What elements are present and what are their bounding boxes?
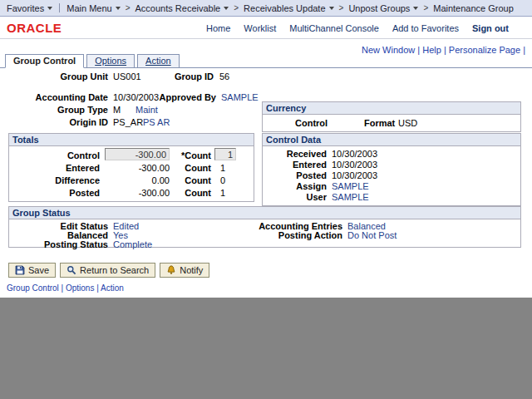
save-button[interactable]: Save (8, 263, 56, 278)
group-status-groupbox-title: Group Status (9, 207, 520, 219)
posting-status-value: Complete (113, 239, 152, 249)
approved-by-label: Approved By (154, 92, 216, 102)
currency-groupbox-title: Currency (263, 102, 520, 115)
footer-link-options[interactable]: Options (59, 283, 95, 293)
personalize-page-link[interactable]: Personalize Page (441, 45, 520, 55)
help-link[interactable]: Help (415, 45, 441, 55)
control-data-row-label: User (266, 192, 327, 202)
crumb-label: Receivables Update (244, 3, 325, 13)
tab-action[interactable]: Action (137, 54, 180, 68)
chevron-down-icon (329, 7, 334, 10)
worklist-link[interactable]: Worklist (244, 23, 276, 33)
group-unit-value: US001 (113, 71, 141, 81)
approved-by-value: SAMPLE (221, 92, 259, 102)
totals-control-input[interactable] (105, 148, 170, 160)
totals-row-count-label: Count (173, 163, 211, 173)
save-icon (15, 265, 25, 275)
toolbar: Save Return to Search Notify (8, 263, 209, 278)
group-type-label: Group Type (25, 105, 108, 115)
totals-row-label: Posted (12, 188, 100, 198)
chevron-down-icon (116, 7, 121, 10)
control-data-row-value: SAMPLE (332, 181, 369, 191)
currency-format-value: USD (398, 118, 417, 128)
sign-out-link[interactable]: Sign out (472, 23, 509, 33)
breadcrumb-separator (423, 3, 428, 12)
footer-page-links: Group ControlOptionsAction (7, 283, 124, 293)
notify-button-label: Notify (180, 265, 203, 275)
totals-row-count-label: Count (173, 188, 211, 198)
origin-id-value: PS_AR (113, 117, 143, 127)
accounting-date-label: Accounting Date (25, 92, 108, 102)
origin-id-description: PS AR (143, 117, 170, 127)
control-data-row-value: 10/30/2003 (332, 170, 377, 180)
oracle-logo: ORACLE (7, 21, 62, 35)
menu-favorites[interactable]: Favorites (7, 3, 52, 13)
breadcrumb-separator (339, 3, 344, 12)
totals-control-label: Control (12, 150, 100, 160)
totals-count-label: *Count (173, 150, 211, 160)
totals-row-amount: 0.00 (111, 175, 170, 185)
breadcrumb-bar: Favorites Main Menu Accounts Receivable … (0, 0, 532, 17)
control-data-row-label: Received (266, 149, 327, 159)
totals-row-count: 1 (220, 188, 225, 198)
crumb-receivables-update[interactable]: Receivables Update (244, 3, 333, 13)
header-divider (0, 38, 532, 39)
return-to-search-button-label: Return to Search (80, 265, 149, 275)
crumb-accounts-receivable[interactable]: Accounts Receivable (135, 3, 229, 13)
breadcrumb-separator (234, 3, 239, 12)
home-link[interactable]: Home (206, 23, 230, 33)
group-type-description: Maint (135, 105, 158, 115)
crumb-label: Accounts Receivable (135, 3, 221, 13)
notify-icon (166, 265, 176, 275)
control-data-row-value: SAMPLE (332, 192, 369, 202)
save-button-label: Save (28, 265, 49, 275)
page-utility-links: New WindowHelpPersonalize Page (362, 45, 525, 55)
header-links: Home Worklist MultiChannel Console Add t… (206, 23, 509, 33)
crumb-maintenance-group: Maintenance Group (433, 3, 514, 13)
posting-action-value: Do Not Post (347, 230, 397, 240)
menu-main-menu[interactable]: Main Menu (66, 3, 120, 13)
totals-count-input[interactable] (214, 148, 236, 160)
footer-link-action[interactable]: Action (94, 283, 123, 293)
chevron-down-icon (47, 7, 52, 10)
totals-row-amount: -300.00 (111, 188, 170, 198)
multichannel-console-link[interactable]: MultiChannel Console (289, 23, 379, 33)
tab-options[interactable]: Options (86, 54, 135, 68)
crumb-label: Unpost Groups (348, 3, 410, 13)
totals-row-count: 1 (220, 163, 225, 173)
totals-row-count-label: Count (173, 175, 211, 185)
chevron-down-icon (413, 7, 418, 10)
control-data-row-label: Assign (266, 181, 327, 191)
origin-id-label: Origin ID (25, 117, 108, 127)
peoplesoft-page: Favorites Main Menu Accounts Receivable … (0, 0, 532, 298)
totals-row-label: Difference (12, 175, 100, 185)
footer-link-group-control[interactable]: Group Control (7, 283, 59, 293)
group-unit-label: Group Unit (25, 71, 108, 81)
group-type-value: M (113, 105, 121, 115)
currency-format-label: Format (364, 118, 395, 128)
control-data-row-value: 10/30/2003 (332, 160, 377, 170)
group-id-label: Group ID (154, 71, 214, 81)
chevron-down-icon (224, 7, 229, 10)
notify-button[interactable]: Notify (160, 263, 209, 278)
return-to-search-button[interactable]: Return to Search (60, 263, 155, 278)
group-id-value: 56 (219, 71, 229, 81)
screen: Favorites Main Menu Accounts Receivable … (0, 0, 532, 399)
control-data-row-value: 10/30/2003 (332, 149, 377, 159)
control-data-row-label: Entered (266, 160, 327, 170)
control-data-groupbox-title: Control Data (263, 134, 520, 146)
totals-row-count: 0 (220, 175, 225, 185)
control-data-row-label: Posted (266, 170, 327, 180)
tab-group-control[interactable]: Group Control (5, 54, 84, 68)
tab-strip: Group Control Options Action (5, 54, 182, 68)
currency-control-label: Control (295, 118, 328, 128)
return-to-search-icon (66, 265, 76, 275)
add-to-favorites-link[interactable]: Add to Favorites (392, 23, 459, 33)
breadcrumb-separator (126, 3, 131, 12)
accounting-date-value: 10/30/2003 (113, 92, 159, 102)
crumb-unpost-groups[interactable]: Unpost Groups (348, 3, 418, 13)
divider (59, 3, 60, 12)
totals-groupbox-title: Totals (9, 134, 254, 146)
totals-row-label: Entered (12, 163, 100, 173)
new-window-link[interactable]: New Window (362, 45, 415, 55)
